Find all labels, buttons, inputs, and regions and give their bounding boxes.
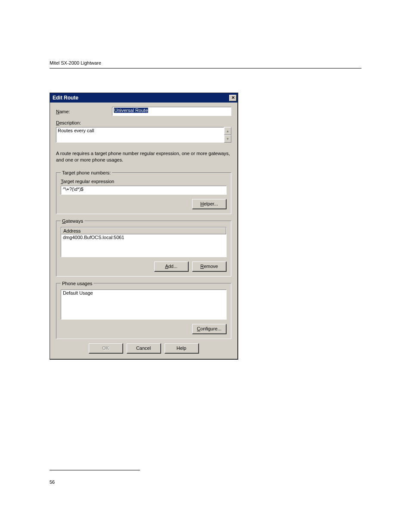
document-header: Mitel SX-2000 Lightware xyxy=(50,60,361,65)
remove-button[interactable]: Remove xyxy=(192,261,227,272)
gateways-group: Gateways Address dmg4000.BufOCS.local:50… xyxy=(56,218,231,277)
phone-usages-legend: Phone usages xyxy=(61,281,93,286)
cancel-button[interactable]: Cancel xyxy=(127,343,161,354)
list-item[interactable]: dmg4000.BufOCS.local:5061 xyxy=(61,234,226,240)
add-button[interactable]: Add... xyxy=(154,261,189,272)
target-regex-label: Target regular expression xyxy=(61,179,227,184)
scroll-up-icon[interactable]: ▲ xyxy=(224,127,231,135)
help-button[interactable]: Help xyxy=(165,343,199,354)
helper-button[interactable]: Helper... xyxy=(192,199,227,209)
description-scrollbar[interactable]: ▲ ▼ xyxy=(224,127,231,143)
description-label: Description: xyxy=(56,120,112,125)
list-item[interactable]: Default Usage xyxy=(63,290,224,296)
target-regex-input[interactable]: ^\+?(\d*)$ xyxy=(61,186,227,195)
target-phone-numbers-group: Target phone numbers: Target regular exp… xyxy=(56,170,231,214)
titlebar: Edit Route ✕ xyxy=(50,93,237,103)
dialog-title: Edit Route xyxy=(53,95,229,101)
description-textarea[interactable]: Routes every call xyxy=(56,127,224,143)
target-group-legend: Target phone numbers: xyxy=(61,170,112,175)
ok-button[interactable]: OK xyxy=(89,343,123,354)
gateways-legend: Gateways xyxy=(61,218,84,224)
edit-route-dialog: Edit Route ✕ Name: Universal Route Descr… xyxy=(50,93,238,360)
close-icon[interactable]: ✕ xyxy=(229,95,237,101)
name-label: Name: xyxy=(56,109,112,114)
header-rule xyxy=(50,68,361,68)
gateways-listbox[interactable]: Address dmg4000.BufOCS.local:5061 xyxy=(61,227,227,257)
name-input[interactable]: Universal Route xyxy=(112,107,231,116)
phone-usages-listbox[interactable]: Default Usage xyxy=(61,289,227,320)
scroll-down-icon[interactable]: ▼ xyxy=(224,135,231,143)
configure-button[interactable]: Configure... xyxy=(192,324,227,334)
footer-rule xyxy=(50,470,140,470)
gateways-column-header: Address xyxy=(61,227,226,234)
route-info-text: A route requires a target phone number r… xyxy=(56,150,231,163)
page-number: 56 xyxy=(50,479,55,485)
phone-usages-group: Phone usages Default Usage Configure... xyxy=(56,281,231,339)
